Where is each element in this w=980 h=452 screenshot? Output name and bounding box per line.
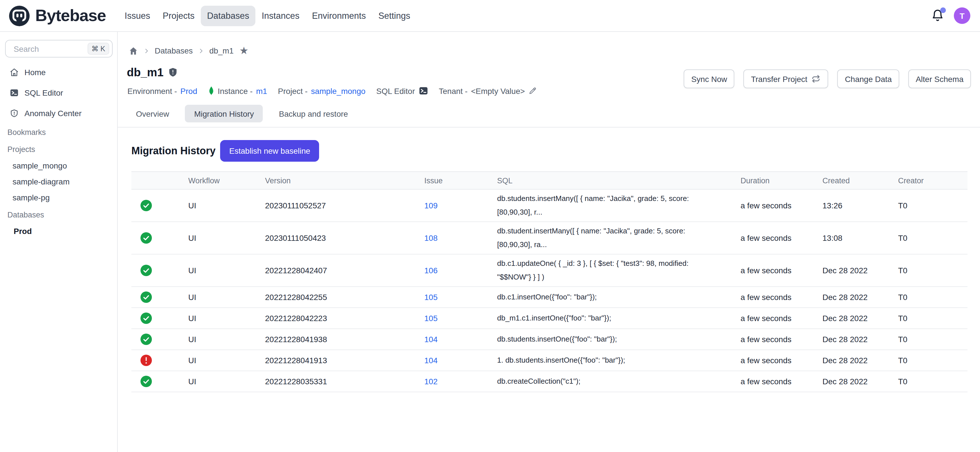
breadcrumb-db-m1[interactable]: db_m1: [209, 46, 234, 55]
section-title: Migration History: [131, 145, 216, 157]
bookmark-star-icon[interactable]: ★: [239, 46, 248, 56]
migration-row[interactable]: UI20221228042407106db.c1.updateOne( { _i…: [131, 254, 967, 287]
mongodb-leaf-icon: [208, 86, 214, 96]
nav-settings[interactable]: Settings: [372, 5, 416, 26]
change-data-button[interactable]: Change Data: [837, 69, 899, 88]
status-cell: [131, 355, 188, 366]
migration-row[interactable]: UI20221228042223105db_m1.c1.insertOne({"…: [131, 308, 967, 329]
col-created: Created: [822, 176, 898, 185]
migration-row[interactable]: UI20221228042255105db.c1.insertOne({"foo…: [131, 287, 967, 308]
version-cell: 20221228035331: [265, 377, 424, 386]
tenant-label: Tenant -: [439, 86, 468, 95]
migration-history-header: Migration History Establish new baseline: [131, 140, 319, 162]
sidebar-project-sample-diagram[interactable]: sample-diagram: [0, 174, 117, 190]
establish-baseline-button[interactable]: Establish new baseline: [220, 140, 319, 162]
status-cell: [131, 232, 188, 244]
migration-row[interactable]: UI20221228041938104db.students.insertOne…: [131, 329, 967, 350]
sidebar-project-sample-pg[interactable]: sample-pg: [0, 190, 117, 206]
sidebar-project-sample-mongo[interactable]: sample_mongo: [0, 158, 117, 174]
duration-cell: a few seconds: [741, 233, 822, 243]
environment-label: Environment -: [127, 86, 177, 95]
failed-icon: [140, 355, 152, 366]
issue-link[interactable]: 105: [424, 314, 497, 323]
col-creator: Creator: [898, 176, 967, 185]
transfer-project-button[interactable]: Transfer Project: [744, 69, 829, 88]
duration-cell: a few seconds: [741, 335, 822, 344]
tenant-value: <Empty Value>: [471, 86, 525, 95]
shield-protect-icon: [168, 67, 178, 77]
issue-link[interactable]: 109: [424, 201, 497, 210]
nav-projects[interactable]: Projects: [156, 5, 201, 26]
created-cell: Dec 28 2022: [822, 335, 898, 344]
sync-now-button[interactable]: Sync Now: [684, 69, 735, 88]
created-cell: Dec 28 2022: [822, 377, 898, 386]
avatar[interactable]: T: [954, 7, 970, 24]
creator-cell: T0: [898, 266, 967, 275]
tab-migration-history[interactable]: Migration History: [185, 105, 263, 122]
alter-schema-button[interactable]: Alter Schema: [908, 69, 971, 88]
instance-link[interactable]: m1: [256, 86, 267, 95]
sidebar-item-home[interactable]: Home: [0, 62, 117, 83]
migration-row[interactable]: UI20230111052527109db.students.insertMan…: [131, 190, 967, 222]
issue-link[interactable]: 102: [424, 377, 497, 386]
notification-dot: [940, 7, 946, 13]
version-cell: 20221228041938: [265, 335, 424, 344]
tab-backup-and-restore[interactable]: Backup and restore: [270, 105, 357, 122]
migration-row[interactable]: UI20230111050423108db.student.insertMany…: [131, 222, 967, 254]
version-cell: 20221228042407: [265, 266, 424, 275]
tab-overview[interactable]: Overview: [127, 105, 178, 122]
creator-cell: T0: [898, 377, 967, 386]
notifications-button[interactable]: [931, 9, 944, 22]
environment-link[interactable]: Prod: [180, 86, 197, 95]
sql-cell: db.students.insertOne({"foo": "bar"});: [497, 332, 741, 346]
workflow-cell: UI: [188, 292, 265, 302]
meta-sql-editor: SQL Editor: [376, 86, 428, 96]
nav-right: T: [931, 7, 980, 24]
creator-cell: T0: [898, 335, 967, 344]
meta-tenant: Tenant - <Empty Value>: [439, 86, 537, 95]
search-input[interactable]: [14, 44, 87, 53]
sql-cell: db.c1.updateOne( { _id: 3 }, [ { $set: {…: [497, 257, 741, 284]
shield-alert-icon: [10, 109, 19, 118]
sql-cell: db_m1.c1.insertOne({"foo": "bar"});: [497, 311, 741, 325]
duration-cell: a few seconds: [741, 266, 822, 275]
breadcrumb-databases[interactable]: Databases: [155, 46, 193, 55]
nav-instances[interactable]: Instances: [255, 5, 306, 26]
issue-link[interactable]: 105: [424, 292, 497, 302]
workflow-cell: UI: [188, 377, 265, 386]
issue-link[interactable]: 104: [424, 335, 497, 344]
nav-environments[interactable]: Environments: [306, 5, 372, 26]
issue-link[interactable]: 104: [424, 356, 497, 365]
search-box[interactable]: ⌘ K: [5, 40, 113, 57]
duration-cell: a few seconds: [741, 377, 822, 386]
created-cell: Dec 28 2022: [822, 356, 898, 365]
workflow-cell: UI: [188, 233, 265, 243]
tab-divider: [118, 127, 980, 128]
search-shortcut: ⌘ K: [87, 43, 109, 55]
issue-link[interactable]: 106: [424, 266, 497, 275]
success-icon: [140, 291, 152, 303]
top-navbar: Bytebase Issues Projects Databases Insta…: [0, 0, 980, 32]
edit-pencil-icon[interactable]: [528, 86, 537, 95]
home-icon: [10, 68, 19, 77]
sidebar-database-prod[interactable]: Prod: [0, 223, 117, 239]
sql-editor-icon[interactable]: [418, 86, 428, 96]
project-link[interactable]: sample_mongo: [311, 86, 366, 95]
sidebar-item-anomaly-center[interactable]: Anomaly Center: [0, 103, 117, 123]
migration-row[interactable]: UI202212280419131041. db.students.insert…: [131, 350, 967, 371]
nav-issues[interactable]: Issues: [118, 5, 156, 26]
home-breadcrumb-icon[interactable]: [129, 46, 138, 56]
sidebar-item-sql-editor[interactable]: SQL Editor: [0, 83, 117, 103]
sidebar-item-label: Anomaly Center: [24, 109, 82, 118]
migration-row[interactable]: UI20221228035331102db.createCollection("…: [131, 371, 967, 392]
issue-link[interactable]: 108: [424, 233, 497, 243]
table-header: Workflow Version Issue SQL Duration Crea…: [131, 171, 967, 190]
bytebase-logo[interactable]: Bytebase: [0, 5, 106, 27]
version-cell: 20221228042255: [265, 292, 424, 302]
nav-databases[interactable]: Databases: [201, 5, 255, 26]
created-cell: 13:26: [822, 201, 898, 210]
success-icon: [140, 313, 152, 324]
sql-cell: 1. db.students.insertOne({"foo": "bar"})…: [497, 353, 741, 367]
workflow-cell: UI: [188, 335, 265, 344]
col-workflow: Workflow: [188, 176, 265, 185]
